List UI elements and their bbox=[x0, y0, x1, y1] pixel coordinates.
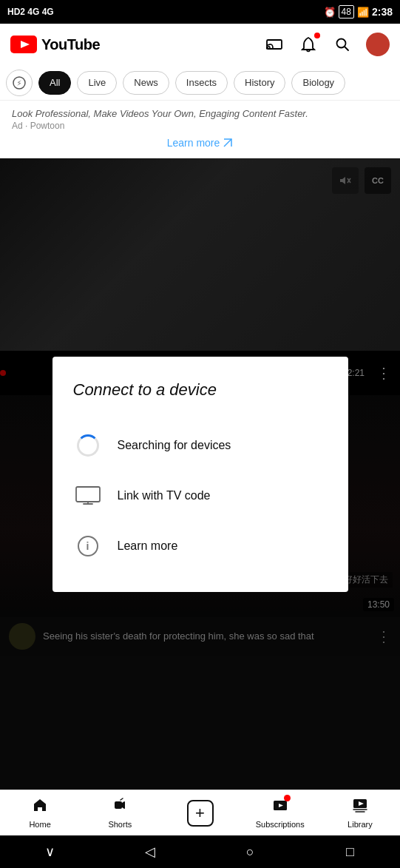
status-network: HD2 4G 4G bbox=[7, 7, 54, 17]
time-display: 2:38 bbox=[372, 6, 393, 18]
home-icon bbox=[32, 797, 48, 818]
search-button[interactable] bbox=[332, 34, 353, 55]
svg-rect-8 bbox=[76, 487, 100, 502]
category-insects[interactable]: Insects bbox=[175, 71, 228, 95]
profile-avatar[interactable] bbox=[366, 33, 390, 56]
status-right: ⏰ 48 📶 2:38 bbox=[324, 5, 393, 18]
youtube-header: YouTube bbox=[0, 24, 400, 65]
connect-device-modal: Connect to a device Searching for device… bbox=[52, 357, 348, 592]
bottom-navigation: Home Shorts + Subscripti bbox=[0, 790, 400, 835]
alarm-icon: ⏰ bbox=[324, 7, 336, 18]
battery-icon: 48 bbox=[339, 5, 354, 18]
library-icon bbox=[352, 797, 368, 818]
modal-overlay: Connect to a device Searching for device… bbox=[0, 158, 400, 790]
subscription-badge bbox=[284, 795, 291, 801]
nav-library[interactable]: Library bbox=[320, 797, 400, 829]
nav-subscriptions[interactable]: Subscriptions bbox=[240, 797, 320, 829]
search-devices-label: Searching for devices bbox=[118, 439, 231, 452]
tv-code-label: Link with TV code bbox=[118, 489, 211, 502]
category-bar: All Live News Insects History Biology bbox=[0, 65, 400, 101]
status-bar: HD2 4G 4G ⏰ 48 📶 2:38 bbox=[0, 0, 400, 24]
category-live[interactable]: Live bbox=[77, 71, 117, 95]
explore-button[interactable] bbox=[6, 70, 33, 96]
info-icon: i bbox=[73, 531, 103, 561]
tv-code-item[interactable]: Link with TV code bbox=[73, 471, 328, 521]
ad-source: Ad · Powtoon bbox=[12, 121, 388, 131]
sys-nav-back[interactable]: ◁ bbox=[135, 844, 165, 860]
svg-point-5 bbox=[13, 77, 25, 89]
create-icon: + bbox=[187, 800, 214, 827]
sys-nav-home[interactable]: ○ bbox=[235, 844, 265, 860]
info-circle-icon: i bbox=[78, 536, 98, 556]
status-left: HD2 4G 4G bbox=[7, 7, 54, 17]
shorts-label: Shorts bbox=[108, 820, 132, 829]
tv-icon bbox=[73, 481, 103, 511]
nav-home[interactable]: Home bbox=[0, 797, 80, 829]
learn-more-label: Learn more bbox=[118, 539, 178, 553]
category-news[interactable]: News bbox=[123, 71, 169, 95]
learn-more-item[interactable]: i Learn more bbox=[73, 521, 328, 571]
home-label: Home bbox=[29, 820, 50, 829]
learn-more-link[interactable]: Learn more bbox=[12, 137, 388, 149]
search-devices-item[interactable]: Searching for devices bbox=[73, 420, 328, 471]
header-icons bbox=[264, 33, 390, 56]
modal-title: Connect to a device bbox=[73, 380, 328, 400]
nav-create[interactable]: + bbox=[160, 800, 240, 827]
svg-rect-9 bbox=[115, 801, 122, 809]
system-nav-bar: ∨ ◁ ○ □ bbox=[0, 835, 400, 868]
spinner-icon bbox=[73, 431, 103, 460]
category-history[interactable]: History bbox=[234, 71, 285, 95]
cast-button[interactable] bbox=[264, 34, 285, 55]
youtube-logo[interactable]: YouTube bbox=[10, 36, 100, 53]
nav-shorts[interactable]: Shorts bbox=[80, 797, 160, 829]
subscriptions-icon bbox=[272, 797, 288, 818]
category-biology[interactable]: Biology bbox=[291, 71, 345, 95]
youtube-logo-icon bbox=[10, 36, 37, 53]
notification-button[interactable] bbox=[298, 34, 319, 55]
library-label: Library bbox=[348, 820, 373, 829]
ad-banner: Look Professional, Make Videos Your Own,… bbox=[0, 101, 400, 158]
shorts-icon bbox=[112, 797, 128, 818]
category-all[interactable]: All bbox=[38, 71, 71, 95]
youtube-logo-text: YouTube bbox=[41, 36, 100, 53]
sys-nav-down[interactable]: ∨ bbox=[35, 844, 65, 860]
subscriptions-label: Subscriptions bbox=[256, 820, 305, 829]
wifi-icon: 📶 bbox=[357, 7, 369, 18]
ad-text: Look Professional, Make Videos Your Own,… bbox=[12, 108, 388, 119]
sys-nav-recents[interactable]: □ bbox=[335, 844, 365, 860]
